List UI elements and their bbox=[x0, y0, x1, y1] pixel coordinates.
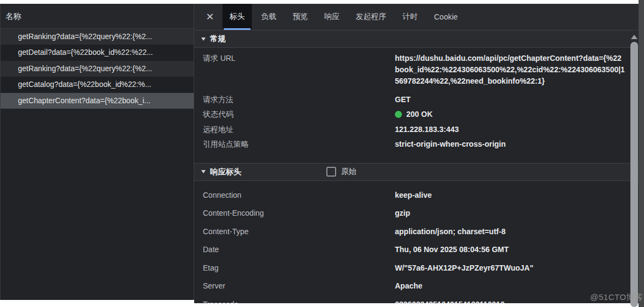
header-field-row: 状态代码 200 OK bbox=[194, 107, 639, 122]
field-value: https://dushu.baidu.com/api/pc/getChapte… bbox=[395, 53, 639, 87]
header-field-row: Content-Encoding gzip bbox=[194, 204, 639, 223]
tab-cookies[interactable]: Cookie bbox=[427, 4, 465, 30]
request-name: getRanking?data={%22query%22:{%2... bbox=[18, 65, 152, 73]
window-edge-strip bbox=[639, 0, 644, 307]
response-headers-section-title: 响应标头 bbox=[210, 167, 242, 177]
header-field-row: Etag W/"57a6-AHX12P+JzPZeyr67TWuoJA" bbox=[194, 259, 639, 278]
field-value: 200 OK bbox=[395, 107, 639, 122]
raw-checkbox[interactable] bbox=[326, 167, 336, 177]
request-list: getRanking?data={%22query%22:{%2... getD… bbox=[1, 29, 194, 109]
field-value: 121.228.183.3:443 bbox=[395, 122, 639, 137]
header-field-row: 请求 URL https://dushu.baidu.com/api/pc/ge… bbox=[194, 53, 639, 87]
field-label: 引用站点策略 bbox=[194, 137, 395, 152]
field-label: 请求方法 bbox=[194, 92, 395, 107]
header-field-row: Connection keep-alive bbox=[194, 186, 639, 205]
field-value: gzip bbox=[395, 204, 639, 223]
tab-headers[interactable]: 标头 bbox=[222, 4, 252, 30]
request-name: getDetail?data={%22book_id%22:%22... bbox=[18, 48, 153, 57]
general-section-header[interactable]: 常规 bbox=[194, 30, 639, 48]
tab-label: 负载 bbox=[261, 12, 276, 22]
header-field-row: Server Apache bbox=[194, 277, 639, 296]
field-value: application/json; charset=utf-8 bbox=[395, 223, 639, 241]
network-request-row[interactable]: getChapterContent?data={%22book_i... bbox=[1, 93, 194, 109]
request-detail-panel: ✕ 标头负载预览响应发起程序计时Cookie 常规 请求 URL https:/… bbox=[194, 4, 639, 303]
watermark: @51CTO博客 bbox=[590, 292, 643, 303]
response-headers-section-header[interactable]: 响应标头 原始 bbox=[194, 163, 639, 181]
network-request-row[interactable]: getCatalog?data={%22book_id%22:%... bbox=[1, 77, 194, 92]
field-label: Tracecode bbox=[194, 296, 395, 303]
field-label: 请求 URL bbox=[194, 53, 395, 87]
request-list-column-header[interactable]: 名称 bbox=[1, 4, 194, 29]
header-field-row: 请求方法 GET bbox=[194, 92, 639, 107]
field-value: W/"57a6-AHX12P+JzPZeyr67TWuoJA" bbox=[395, 259, 639, 278]
field-label: Etag bbox=[194, 259, 395, 278]
field-value: Thu, 06 Nov 2025 08:04:56 GMT bbox=[395, 241, 639, 259]
tab-response[interactable]: 响应 bbox=[317, 4, 346, 30]
triangle-collapse-icon bbox=[201, 170, 206, 173]
field-value: GET bbox=[395, 92, 639, 107]
network-request-row[interactable]: getDetail?data={%22book_id%22:%22... bbox=[1, 45, 194, 60]
request-name: getRanking?data={%22query%22:{%2... bbox=[18, 33, 152, 41]
field-value: keep-alive bbox=[395, 186, 639, 205]
field-label: Server bbox=[194, 277, 395, 296]
request-name: getCatalog?data={%22book_id%22:%... bbox=[18, 80, 151, 89]
header-field-row: Tracecode 03360334051040154133110010 bbox=[194, 296, 639, 303]
tab-preview[interactable]: 预览 bbox=[286, 4, 315, 30]
network-request-row[interactable]: getRanking?data={%22query%22:{%2... bbox=[1, 61, 194, 77]
field-label: 状态代码 bbox=[194, 107, 395, 122]
request-name: getChapterContent?data={%22book_i... bbox=[18, 97, 151, 105]
detail-tabbar: ✕ 标头负载预览响应发起程序计时Cookie bbox=[194, 4, 639, 30]
close-icon[interactable]: ✕ bbox=[202, 4, 218, 30]
scroll-up-arrow-icon[interactable] bbox=[631, 35, 637, 39]
network-request-list-panel: 名称 getRanking?data={%22query%22:{%2... g… bbox=[0, 4, 194, 300]
field-label: Content-Encoding bbox=[194, 204, 395, 223]
header-field-row: Date Thu, 06 Nov 2025 08:04:56 GMT bbox=[194, 241, 639, 259]
tab-initiator[interactable]: 发起程序 bbox=[349, 4, 393, 30]
header-field-row: Content-Type application/json; charset=u… bbox=[194, 223, 639, 241]
tab-label: 预览 bbox=[293, 12, 308, 22]
general-section-title: 常规 bbox=[210, 34, 226, 44]
field-label: 远程地址 bbox=[194, 122, 395, 137]
tab-label: 标头 bbox=[230, 12, 245, 22]
general-section-body: 请求 URL https://dushu.baidu.com/api/pc/ge… bbox=[194, 48, 639, 152]
response-headers-body: Connection keep-alive Content-Encoding g… bbox=[194, 181, 639, 303]
raw-toggle: 原始 bbox=[326, 164, 356, 180]
tab-label: Cookie bbox=[434, 12, 458, 21]
header-field-row: 远程地址 121.228.183.3:443 bbox=[194, 122, 639, 137]
header-field-row: 引用站点策略 strict-origin-when-cross-origin bbox=[194, 137, 639, 152]
raw-checkbox-label: 原始 bbox=[341, 167, 356, 177]
vertical-scrollbar-thumb[interactable] bbox=[630, 42, 638, 307]
field-label: Content-Type bbox=[194, 223, 395, 241]
tab-label: 计时 bbox=[403, 12, 418, 22]
field-label: Date bbox=[194, 241, 395, 259]
tab-payload[interactable]: 负载 bbox=[254, 4, 283, 30]
field-value: strict-origin-when-cross-origin bbox=[395, 137, 639, 152]
tab-strip: 标头负载预览响应发起程序计时Cookie bbox=[222, 4, 467, 30]
triangle-collapse-icon bbox=[201, 37, 206, 41]
status-dot-icon bbox=[395, 111, 402, 118]
network-request-row[interactable]: getRanking?data={%22query%22:{%2... bbox=[1, 29, 194, 45]
field-label: Connection bbox=[194, 186, 395, 205]
tab-label: 发起程序 bbox=[356, 12, 386, 22]
tab-label: 响应 bbox=[324, 12, 339, 22]
tab-timing[interactable]: 计时 bbox=[395, 4, 425, 30]
